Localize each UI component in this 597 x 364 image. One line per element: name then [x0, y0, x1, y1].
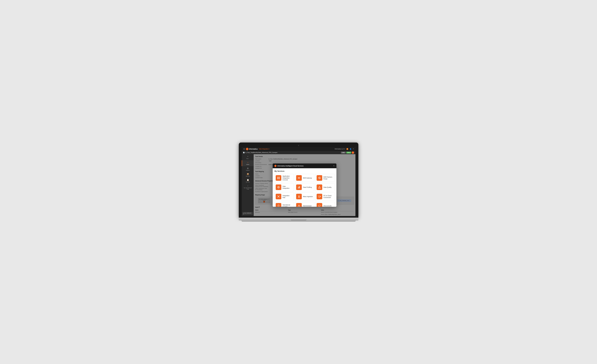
- service-item-b2b-partners[interactable]: B2B Partners Portal: [315, 174, 335, 182]
- operational-insights-icon: [276, 203, 281, 207]
- service-item-app-integration[interactable]: Application Integration Console: [275, 174, 294, 182]
- data-quality-label: Data Quality: [323, 186, 332, 188]
- service-item-integration-hub[interactable]: Integration Hub: [275, 193, 294, 200]
- main-layout: ＋ New... ⌂ Home ⊞ Explore 📦: [242, 154, 355, 216]
- service-item-pc-cloud[interactable]: PC to Cloud Conversion: [315, 193, 335, 200]
- data-profiling-label: Data Profiling: [303, 186, 312, 188]
- my-services-title: My Services: [275, 170, 335, 172]
- b2b-gateway-icon: [296, 175, 302, 181]
- sidebar-task-name: m_Fact_TotalMonthly...: [243, 212, 252, 214]
- modal-title: Informatica Intelligent Cloud Services: [277, 165, 304, 167]
- sidebar-item-new[interactable]: ＋ New...: [242, 154, 254, 160]
- app-integration-icon: [276, 175, 281, 181]
- explore-icon: ⊞: [247, 167, 249, 169]
- svg-point-28: [298, 205, 299, 206]
- sidebar-label-home: Home: [246, 164, 249, 165]
- integration-hub-label: Integration Hub: [283, 195, 292, 198]
- mass-ingestion-icon: [296, 194, 302, 199]
- pc-cloud-label: PC to Cloud Conversion: [323, 195, 333, 198]
- modal-overlay[interactable]: Informatica Intelligent Cloud Services ×…: [254, 154, 355, 216]
- sidebar-item-myjobs[interactable]: 📋 My Jobs: [242, 178, 254, 184]
- myjobs-icon: 📋: [247, 179, 249, 181]
- new-icon: ＋: [247, 155, 249, 158]
- app-integration-label: Application Integration Console: [283, 175, 292, 181]
- services-grid: Application Integration Console: [275, 174, 335, 207]
- nav-right: Informatica LLC ▾ 🔔 👤 ?: [335, 148, 354, 150]
- svg-rect-14: [299, 186, 300, 189]
- svg-point-25: [320, 196, 321, 197]
- svg-rect-3: [279, 178, 279, 179]
- laptop-foot: [241, 220, 356, 222]
- svg-point-18: [319, 188, 320, 188]
- app-type-label[interactable]: Data Integration ▾: [259, 148, 269, 150]
- breadcrumb-icon: 📄: [243, 152, 245, 153]
- svg-rect-0: [277, 177, 278, 178]
- sidebar-label-importexport: My Import/Export Logs: [243, 187, 253, 190]
- service-item-data-integration[interactable]: Data Integration: [275, 183, 294, 191]
- more-actions-button[interactable]: ⋯: [352, 152, 354, 154]
- sidebar-item-importexport[interactable]: ↕ My Import/Export Logs: [242, 184, 254, 191]
- sidebar-item-bundles[interactable]: 📦 Bundles: [242, 172, 254, 178]
- sidebar-label-explore: Explore: [246, 170, 250, 171]
- laptop-base: [239, 218, 358, 220]
- sidebar-label-myjobs: My Jobs: [246, 182, 250, 182]
- logo-text: Informatica: [249, 148, 258, 150]
- logo-area: Informatica Data Integration ▾: [246, 148, 269, 150]
- b2b-partners-label: B2B Partners Portal: [323, 176, 333, 180]
- services-modal: Informatica Intelligent Cloud Services ×…: [273, 164, 337, 207]
- pc-cloud-icon: [317, 194, 322, 199]
- sidebar-task-item[interactable]: m_Fact_TotalMonthly...: [243, 212, 253, 215]
- svg-rect-12: [298, 188, 298, 188]
- data-profiling-icon: [296, 184, 302, 190]
- discoveryiq-label: DiscoveryIQ: [323, 205, 331, 207]
- svg-rect-13: [298, 187, 299, 189]
- run-button[interactable]: Run: [346, 152, 351, 153]
- home-icon: ⌂: [247, 161, 248, 164]
- administrator-label: Administrator: [303, 205, 312, 207]
- content-area[interactable]: Task Details Task Name: m_Fact_TotalMont…: [254, 154, 355, 216]
- hamburger-icon[interactable]: ☰: [243, 148, 245, 150]
- sub-nav: 📄 m_Fact_TotalMonthlySales_Advanced_FDO_…: [242, 151, 355, 154]
- edit-button[interactable]: Edit: [341, 152, 346, 153]
- org-selector[interactable]: Informatica LLC ▾: [335, 148, 345, 150]
- informatica-logo-icon: [245, 147, 249, 151]
- mass-ingestion-label: Mass Ingestion: [303, 196, 313, 197]
- svg-rect-1: [279, 177, 279, 178]
- service-item-data-quality[interactable]: Data Quality: [315, 183, 335, 191]
- service-item-operational-insights[interactable]: Operational Insights: [275, 202, 294, 207]
- sidebar: ＋ New... ⌂ Home ⊞ Explore 📦: [242, 154, 254, 216]
- operational-insights-label: Operational Insights: [283, 204, 292, 207]
- camera: [298, 145, 299, 146]
- sidebar-item-home[interactable]: ⌂ Home: [242, 160, 254, 166]
- user-icon[interactable]: 👤: [350, 148, 352, 150]
- top-nav: ☰ Informatica Data Integration ▾ Informa…: [242, 147, 355, 151]
- app-container: ☰ Informatica Data Integration ▾ Informa…: [242, 147, 355, 216]
- sidebar-label-bundles: Bundles: [246, 175, 250, 177]
- svg-rect-2: [277, 178, 278, 179]
- notification-bell[interactable]: 🔔: [346, 148, 348, 150]
- service-item-data-profiling[interactable]: Data Profiling: [295, 183, 314, 191]
- screen: ☰ Informatica Data Integration ▾ Informa…: [242, 147, 355, 216]
- bundles-icon: 📦: [247, 173, 249, 175]
- screen-bezel: ☰ Informatica Data Integration ▾ Informa…: [239, 143, 358, 218]
- service-item-administrator[interactable]: Administrator: [295, 202, 314, 207]
- data-quality-icon: [317, 184, 322, 190]
- sidebar-item-explore[interactable]: ⊞ Explore: [242, 166, 254, 172]
- modal-close-button[interactable]: ×: [333, 165, 334, 167]
- service-item-discoveryiq[interactable]: DiscoveryIQ: [315, 202, 335, 207]
- discoveryiq-icon: [317, 203, 322, 207]
- help-icon[interactable]: ?: [353, 148, 354, 150]
- b2b-partners-icon: [317, 175, 322, 181]
- svg-point-29: [320, 205, 321, 206]
- integration-hub-icon: [276, 194, 281, 199]
- service-item-b2b-gateway[interactable]: B2B Gateway: [295, 174, 314, 182]
- administrator-icon: [296, 203, 302, 207]
- service-item-mass-ingestion[interactable]: Mass Ingestion: [295, 193, 314, 200]
- modal-header: Informatica Intelligent Cloud Services ×: [273, 164, 337, 168]
- svg-rect-22: [318, 196, 320, 197]
- modal-body: My Services: [273, 168, 337, 207]
- modal-logo-icon: [274, 165, 277, 167]
- svg-point-11: [278, 187, 279, 188]
- sidebar-label-new: New...: [246, 158, 249, 159]
- data-integration-icon: [276, 184, 281, 190]
